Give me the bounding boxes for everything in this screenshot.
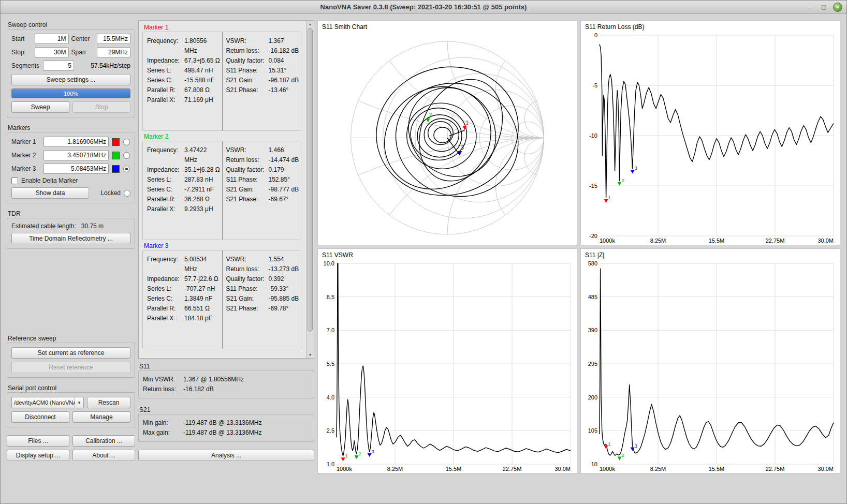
span-input[interactable]: [97, 47, 131, 57]
marker-1-select-radio[interactable]: [123, 139, 130, 145]
rescan-button[interactable]: Rescan: [87, 397, 130, 408]
scrollbar-down-arrow[interactable]: ▼: [306, 351, 314, 358]
tdr-button[interactable]: Time Domain Reflectometry ...: [11, 233, 130, 244]
marker-1-frequency-input[interactable]: [43, 137, 109, 147]
scrollbar-thumb[interactable]: [308, 28, 313, 332]
field-value: -7.2911 nF: [184, 185, 214, 195]
tdr-group: TDR Estimated cable length: 30.75 m Time…: [7, 218, 135, 249]
maximize-button[interactable]: ▢: [819, 3, 828, 12]
show-data-button[interactable]: Show data: [11, 187, 89, 199]
sweep-button[interactable]: Sweep: [11, 101, 69, 113]
segments-input[interactable]: [43, 61, 74, 71]
field-label: Series C:: [147, 185, 184, 195]
calibration-button[interactable]: Calibration ...: [72, 435, 135, 447]
reference-sweep-group: Reference sweep Set current as reference…: [7, 343, 135, 378]
start-input[interactable]: [35, 34, 69, 44]
scrollbar-track[interactable]: [306, 27, 314, 351]
field-value: 1.466: [269, 145, 284, 155]
enable-delta-marker-label: Enable Delta Marker: [21, 177, 78, 184]
set-reference-button[interactable]: Set current as reference: [11, 347, 130, 359]
z-chart-canvas[interactable]: 580485390295200105101000k8.25M15.5M22.75…: [581, 259, 840, 473]
field-value: 1.367: [269, 36, 284, 46]
return-loss-value: -16.182 dB: [183, 384, 214, 394]
svg-text:0: 0: [594, 32, 597, 38]
segments-label: Segments: [11, 62, 40, 69]
field-label: Return loss:: [226, 46, 269, 56]
return-loss-chart-canvas[interactable]: 0-5-10-15-201000k8.25M15.5M22.75M30.0M12…: [581, 31, 840, 245]
marker-info-title: Marker 2: [144, 133, 168, 140]
scrollbar[interactable]: ▲ ▼: [306, 21, 314, 358]
field-value: 15.31°: [269, 66, 287, 76]
field-value: -98.777 dB: [269, 185, 299, 195]
field-value: 498.47 nH: [184, 66, 213, 76]
files-button[interactable]: Files ...: [7, 435, 69, 447]
close-button[interactable]: ✕: [833, 3, 842, 12]
disconnect-button[interactable]: Disconnect: [11, 411, 69, 423]
display-setup-button[interactable]: Display setup ...: [7, 450, 69, 461]
field-label: Series C:: [147, 294, 184, 304]
svg-text:1: 1: [466, 120, 469, 126]
markers-title: Markers: [8, 124, 30, 131]
s11-return-loss-chart-panel: S11 Return Loss (dB) 0-5-10-15-201000k8.…: [580, 20, 840, 245]
svg-text:2.5: 2.5: [327, 427, 334, 434]
minimize-button[interactable]: –: [805, 3, 814, 12]
field-label: S21 Gain:: [226, 76, 269, 85]
sweep-settings-button[interactable]: Sweep settings ...: [11, 74, 130, 85]
field-label: Quality factor:: [226, 165, 269, 175]
titlebar: NanoVNA Saver 0.3.8 (Sweep: 2021-03-20 1…: [1, 1, 846, 14]
about-button[interactable]: About ...: [72, 450, 135, 461]
manage-button[interactable]: Manage: [72, 411, 130, 423]
field-label: Parallel X:: [147, 95, 184, 105]
marker-data-content: Marker 1Frequency:1.80556 MHzImpedance:6…: [139, 21, 305, 358]
field-value: -69.78°: [269, 304, 289, 314]
marker-info-right-column: VSWR:1.367Return loss:-16.182 dBQuality …: [222, 32, 301, 130]
marker-2-frequency-input[interactable]: [43, 150, 109, 160]
svg-text:1: 1: [608, 195, 611, 200]
scrollbar-up-arrow[interactable]: ▲: [306, 21, 314, 27]
analysis-button[interactable]: Analysis ...: [138, 450, 314, 461]
marker-1-row: Marker 1: [11, 137, 130, 147]
marker-2-color-button[interactable]: [112, 152, 120, 159]
svg-text:390: 390: [588, 327, 597, 333]
field-value: 1.3849 nF: [184, 294, 212, 304]
field-value: 184.18 pF: [184, 314, 212, 323]
center-input[interactable]: [97, 34, 131, 44]
marker-info-left-column: Frequency:3.47422 MHzImpedance:35.1+j6.2…: [143, 141, 222, 240]
marker-3-select-radio[interactable]: [123, 166, 130, 172]
svg-text:-15: -15: [589, 183, 597, 189]
locked-radio[interactable]: [124, 190, 130, 197]
marker-3-info-group: Marker 3Frequency:5.08534 MHzImpedance:5…: [142, 250, 301, 349]
svg-text:1: 1: [608, 441, 611, 447]
field-label: Series L:: [147, 175, 184, 185]
field-label: S11 Phase:: [226, 284, 269, 294]
field-value: 0.084: [269, 56, 284, 66]
svg-text:2: 2: [622, 178, 624, 183]
enable-delta-marker-checkbox[interactable]: [11, 177, 18, 184]
min-vswr-label: Min VSWR:: [143, 375, 183, 384]
marker-2-row: Marker 2: [11, 150, 130, 160]
max-gain-value: -119.487 dB @ 13.3136MHz: [183, 428, 261, 438]
min-vswr-value: 1.367 @ 1.80556MHz: [183, 375, 244, 384]
svg-text:8.5: 8.5: [327, 294, 334, 300]
marker-2-select-radio[interactable]: [123, 152, 130, 159]
vswr-chart-canvas[interactable]: 10.08.57.05.54.02.51.01000k8.25M15.5M22.…: [318, 259, 577, 473]
marker-3-color-button[interactable]: [112, 165, 120, 173]
marker-1-color-button[interactable]: [112, 138, 120, 146]
main-content: Sweep control Start Center Stop Span: [1, 14, 846, 467]
window-controls: – ▢ ✕: [805, 1, 842, 13]
charts-area: S11 Smith Chart 123 S11 Return Loss (dB)…: [317, 20, 840, 473]
smith-chart-canvas[interactable]: 123: [318, 31, 577, 245]
middle-panel: Marker 1Frequency:1.80556 MHzImpedance:6…: [138, 20, 314, 461]
tdr-title: TDR: [8, 210, 21, 217]
stop-input[interactable]: [35, 47, 69, 57]
marker-1-info-group: Marker 1Frequency:1.80556 MHzImpedance:6…: [142, 32, 301, 131]
marker-3-label: Marker 3: [11, 165, 40, 172]
field-value: 1.80556 MHz: [184, 36, 221, 56]
s21-summary-title: S21: [139, 406, 150, 413]
marker-3-frequency-input[interactable]: [43, 164, 109, 174]
field-label: Impedance:: [147, 165, 184, 175]
field-value: -59.33°: [269, 284, 289, 294]
field-label: S21 Phase:: [226, 195, 269, 204]
serial-port-select[interactable]: /dev/ttyACM0 (NanoVNA) ▾: [11, 397, 84, 408]
s11-z-chart-panel: S11 |Z| 580485390295200105101000k8.25M15…: [580, 248, 840, 473]
